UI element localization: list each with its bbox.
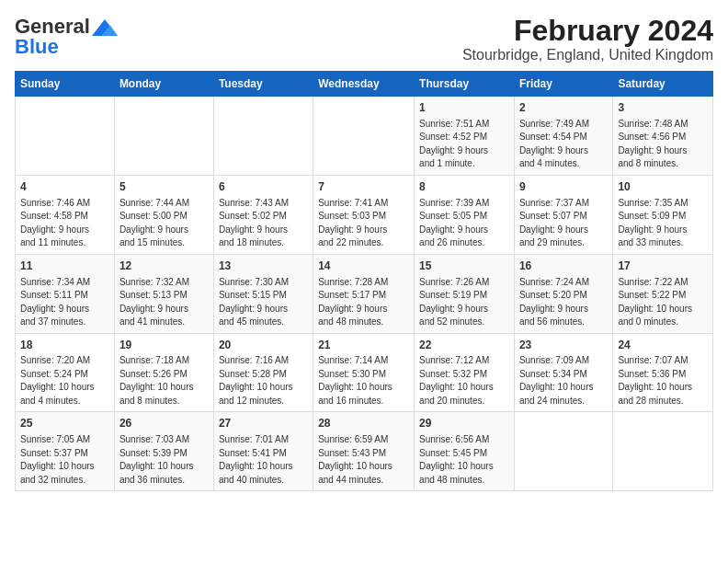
day-number: 21 [318,338,409,353]
day-info: Sunrise: 7:01 AM Sunset: 5:41 PM Dayligh… [219,433,308,487]
day-number: 16 [519,259,608,274]
day-info: Sunrise: 7:35 AM Sunset: 5:09 PM Dayligh… [618,197,708,250]
calendar-cell: 18Sunrise: 7:20 AM Sunset: 5:24 PM Dayli… [16,333,115,412]
calendar-cell [16,97,115,176]
calendar-body: 1Sunrise: 7:51 AM Sunset: 4:52 PM Daylig… [16,97,713,491]
day-number: 10 [618,179,708,195]
day-number: 27 [219,416,308,431]
day-number: 14 [318,259,409,274]
day-info: Sunrise: 7:48 AM Sunset: 4:56 PM Dayligh… [618,118,708,171]
calendar-header-tuesday: Tuesday [213,72,313,97]
day-info: Sunrise: 7:12 AM Sunset: 5:32 PM Dayligh… [419,354,509,408]
calendar-week-4: 25Sunrise: 7:05 AM Sunset: 5:37 PM Dayli… [16,412,713,491]
day-number: 9 [519,179,608,195]
day-info: Sunrise: 7:09 AM Sunset: 5:34 PM Dayligh… [519,354,608,408]
title-block: February 2024 Stourbridge, England, Unit… [462,15,713,63]
calendar-cell: 4Sunrise: 7:46 AM Sunset: 4:58 PM Daylig… [16,175,115,254]
calendar-cell: 10Sunrise: 7:35 AM Sunset: 5:09 PM Dayli… [613,175,713,254]
calendar-table: SundayMondayTuesdayWednesdayThursdayFrid… [15,71,713,491]
day-info: Sunrise: 6:59 AM Sunset: 5:43 PM Dayligh… [318,433,409,487]
day-info: Sunrise: 7:39 AM Sunset: 5:05 PM Dayligh… [419,197,509,250]
calendar-header-wednesday: Wednesday [313,72,415,97]
page-title: February 2024 [462,15,713,47]
day-info: Sunrise: 7:22 AM Sunset: 5:22 PM Dayligh… [618,276,708,329]
calendar-week-0: 1Sunrise: 7:51 AM Sunset: 4:52 PM Daylig… [16,97,713,176]
day-number: 29 [419,416,509,431]
day-number: 8 [419,179,509,195]
day-number: 23 [519,338,608,353]
page-header: General Blue February 2024 Stourbridge, … [15,15,713,63]
calendar-cell: 11Sunrise: 7:34 AM Sunset: 5:11 PM Dayli… [16,254,115,333]
calendar-cell: 16Sunrise: 7:24 AM Sunset: 5:20 PM Dayli… [514,254,612,333]
day-number: 12 [119,259,209,274]
day-info: Sunrise: 7:30 AM Sunset: 5:15 PM Dayligh… [219,276,308,329]
day-info: Sunrise: 6:56 AM Sunset: 5:45 PM Dayligh… [419,433,509,487]
calendar-header-sunday: Sunday [16,72,115,97]
calendar-cell: 8Sunrise: 7:39 AM Sunset: 5:05 PM Daylig… [415,175,515,254]
day-number: 7 [318,179,409,195]
day-info: Sunrise: 7:28 AM Sunset: 5:17 PM Dayligh… [318,276,409,329]
day-info: Sunrise: 7:26 AM Sunset: 5:19 PM Dayligh… [419,276,509,329]
day-number: 22 [419,338,509,353]
day-number: 18 [20,338,109,353]
calendar-cell: 24Sunrise: 7:07 AM Sunset: 5:36 PM Dayli… [613,333,713,412]
day-number: 17 [618,259,708,274]
calendar-cell: 1Sunrise: 7:51 AM Sunset: 4:52 PM Daylig… [415,97,515,176]
day-number: 11 [20,259,109,274]
day-number: 5 [119,179,209,195]
day-number: 26 [119,416,209,431]
calendar-cell: 27Sunrise: 7:01 AM Sunset: 5:41 PM Dayli… [213,412,313,491]
calendar-cell [613,412,713,491]
day-number: 24 [618,338,708,353]
day-info: Sunrise: 7:41 AM Sunset: 5:03 PM Dayligh… [318,197,409,250]
calendar-cell [114,97,213,176]
calendar-week-1: 4Sunrise: 7:46 AM Sunset: 4:58 PM Daylig… [16,175,713,254]
calendar-cell [313,97,415,176]
calendar-header-saturday: Saturday [613,72,713,97]
calendar-cell: 20Sunrise: 7:16 AM Sunset: 5:28 PM Dayli… [213,333,313,412]
day-number: 4 [20,179,109,195]
calendar-cell: 22Sunrise: 7:12 AM Sunset: 5:32 PM Dayli… [415,333,515,412]
calendar-header-monday: Monday [114,72,213,97]
day-info: Sunrise: 7:18 AM Sunset: 5:26 PM Dayligh… [119,354,209,408]
day-number: 25 [20,416,109,431]
day-number: 28 [318,416,409,431]
day-info: Sunrise: 7:32 AM Sunset: 5:13 PM Dayligh… [119,276,209,329]
page-subtitle: Stourbridge, England, United Kingdom [462,47,713,63]
calendar-cell: 2Sunrise: 7:49 AM Sunset: 4:54 PM Daylig… [514,97,612,176]
day-number: 15 [419,259,509,274]
day-info: Sunrise: 7:44 AM Sunset: 5:00 PM Dayligh… [119,197,209,250]
day-info: Sunrise: 7:46 AM Sunset: 4:58 PM Dayligh… [20,197,109,250]
day-info: Sunrise: 7:07 AM Sunset: 5:36 PM Dayligh… [618,354,708,408]
day-info: Sunrise: 7:49 AM Sunset: 4:54 PM Dayligh… [519,118,608,171]
calendar-cell: 7Sunrise: 7:41 AM Sunset: 5:03 PM Daylig… [313,175,415,254]
day-number: 20 [219,338,308,353]
calendar-cell: 12Sunrise: 7:32 AM Sunset: 5:13 PM Dayli… [114,254,213,333]
calendar-cell: 23Sunrise: 7:09 AM Sunset: 5:34 PM Dayli… [514,333,612,412]
calendar-week-2: 11Sunrise: 7:34 AM Sunset: 5:11 PM Dayli… [16,254,713,333]
day-info: Sunrise: 7:16 AM Sunset: 5:28 PM Dayligh… [219,354,308,408]
calendar-cell: 9Sunrise: 7:37 AM Sunset: 5:07 PM Daylig… [514,175,612,254]
day-number: 19 [119,338,209,353]
day-info: Sunrise: 7:14 AM Sunset: 5:30 PM Dayligh… [318,354,409,408]
day-info: Sunrise: 7:43 AM Sunset: 5:02 PM Dayligh… [219,197,308,250]
calendar-cell: 15Sunrise: 7:26 AM Sunset: 5:19 PM Dayli… [415,254,515,333]
calendar-cell: 3Sunrise: 7:48 AM Sunset: 4:56 PM Daylig… [613,97,713,176]
day-info: Sunrise: 7:34 AM Sunset: 5:11 PM Dayligh… [20,276,109,329]
calendar-cell: 28Sunrise: 6:59 AM Sunset: 5:43 PM Dayli… [313,412,415,491]
day-number: 13 [219,259,308,274]
day-info: Sunrise: 7:24 AM Sunset: 5:20 PM Dayligh… [519,276,608,329]
calendar-cell: 14Sunrise: 7:28 AM Sunset: 5:17 PM Dayli… [313,254,415,333]
calendar-cell [213,97,313,176]
calendar-cell: 21Sunrise: 7:14 AM Sunset: 5:30 PM Dayli… [313,333,415,412]
day-info: Sunrise: 7:05 AM Sunset: 5:37 PM Dayligh… [20,433,109,487]
logo-blue: Blue [15,35,59,59]
day-info: Sunrise: 7:37 AM Sunset: 5:07 PM Dayligh… [519,197,608,250]
calendar-cell: 6Sunrise: 7:43 AM Sunset: 5:02 PM Daylig… [213,175,313,254]
calendar-cell: 29Sunrise: 6:56 AM Sunset: 5:45 PM Dayli… [415,412,515,491]
day-number: 1 [419,100,509,116]
calendar-cell: 26Sunrise: 7:03 AM Sunset: 5:39 PM Dayli… [114,412,213,491]
calendar-cell: 13Sunrise: 7:30 AM Sunset: 5:15 PM Dayli… [213,254,313,333]
day-info: Sunrise: 7:51 AM Sunset: 4:52 PM Dayligh… [419,118,509,171]
day-number: 3 [618,100,708,116]
